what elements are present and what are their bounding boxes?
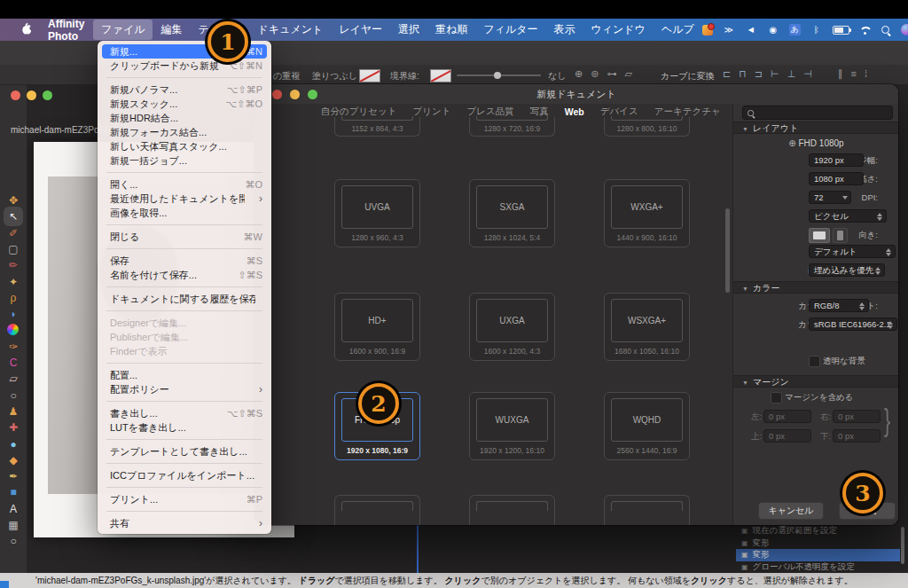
margin-top-field[interactable]: 0 px xyxy=(763,429,811,443)
align-top-icon[interactable]: ⊢ xyxy=(771,68,779,80)
menu-item[interactable]: 開く... ⌘O › xyxy=(98,177,271,192)
preset-card[interactable]: WQHD 2560 x 1440, 16:9 xyxy=(604,392,690,460)
menu-item[interactable]: › xyxy=(106,248,262,249)
input-source-icon[interactable]: あ xyxy=(789,24,801,35)
dialog-close-button[interactable] xyxy=(272,90,282,99)
paint-brush-tool[interactable]: ✑ xyxy=(6,340,20,354)
stroke-swatch[interactable] xyxy=(430,69,451,82)
menu-item[interactable]: 書き出し... ⌥⇧⌘S › xyxy=(98,406,271,420)
clone-stamp-tool[interactable]: ♟ xyxy=(6,404,20,419)
menu-item[interactable]: テンプレートとして書き出し... › xyxy=(98,444,271,459)
placement-select[interactable]: 埋め込みを優先 xyxy=(809,263,885,277)
menu-item[interactable]: › xyxy=(106,172,262,173)
stroke-width-slider[interactable] xyxy=(457,74,541,76)
menu-item[interactable]: › xyxy=(106,224,262,225)
color-picker-tool[interactable]: ✐ xyxy=(6,226,20,240)
layout-section-header[interactable]: ▼レイアウト xyxy=(733,122,898,134)
add-preset-icon[interactable]: ⊕ xyxy=(788,138,795,148)
align-center-icon[interactable]: ⊓ xyxy=(739,68,747,80)
volume-icon[interactable]: ◀ xyxy=(745,24,757,36)
preset-card-partial[interactable]: 1280 x 800, 16:10 xyxy=(604,117,690,137)
menu-item[interactable]: Finderで表示 › xyxy=(98,344,271,358)
wifi-icon[interactable] xyxy=(859,26,871,35)
blur-tool[interactable]: ● xyxy=(6,437,20,451)
window-close-button[interactable] xyxy=(11,90,20,100)
rectangle-tool[interactable]: ■ xyxy=(6,485,20,499)
menubar-item[interactable]: 選択 xyxy=(390,20,427,40)
bounds-icon[interactable]: ▱ xyxy=(624,68,631,80)
spacing-icon[interactable]: ≡ xyxy=(851,68,857,80)
selection-brush-tool[interactable]: ✏ xyxy=(6,258,20,272)
window-zoom-button[interactable] xyxy=(43,90,52,100)
preset-card[interactable]: UXGA 1600 x 1200, 4:3 xyxy=(469,293,555,361)
view-tool[interactable]: ✥ xyxy=(6,193,20,208)
battery-icon[interactable] xyxy=(833,26,849,35)
menu-item[interactable]: › xyxy=(106,77,262,78)
portrait-orientation-button[interactable] xyxy=(833,228,848,243)
play-circle-icon[interactable]: ◉ xyxy=(767,24,779,36)
preset-card[interactable]: WXGA+ 1440 x 900, 16:10 xyxy=(604,179,690,247)
transparent-background-checkbox[interactable] xyxy=(809,356,820,367)
menu-item[interactable]: 新規パノラマ... ⌥⇧⌘P › xyxy=(98,82,271,97)
dpi-select[interactable]: 72 xyxy=(809,191,851,204)
eraser-tool[interactable]: ▱ xyxy=(6,372,20,386)
menu-item[interactable]: › xyxy=(106,487,262,488)
menubar-item[interactable]: 編集 xyxy=(153,20,190,40)
menubar-item[interactable]: フィルター xyxy=(475,20,545,40)
actual-size-select[interactable]: デフォルト xyxy=(809,245,896,258)
zoom-tool[interactable]: ○ xyxy=(6,534,20,548)
margins-section-header[interactable]: ▼マージン xyxy=(733,375,898,388)
menu-item[interactable]: › xyxy=(106,363,262,364)
preset-search-input[interactable] xyxy=(742,106,893,120)
preset-card-partial[interactable] xyxy=(469,495,555,525)
menu-item[interactable]: 保存 ⌘S › xyxy=(98,254,271,268)
apple-menu[interactable] xyxy=(12,20,39,40)
menu-item[interactable]: › xyxy=(106,439,262,440)
healing-brush-tool[interactable]: ✚ xyxy=(6,420,20,435)
units-select[interactable]: ピクセル xyxy=(809,209,887,223)
menu-item[interactable]: 配置ポリシー › xyxy=(98,382,271,396)
menu-item[interactable]: プリント... ⌘P › xyxy=(98,492,271,506)
menubar-item[interactable]: ウィンドウ xyxy=(583,20,654,40)
convert-to-curves-button[interactable]: カーブに変換 xyxy=(661,70,715,82)
menu-item[interactable]: 画像を取得... › xyxy=(98,206,271,220)
menubar-item[interactable]: 表示 xyxy=(546,20,583,40)
preset-card[interactable]: WUXGA 1920 x 1200, 16:10 xyxy=(469,392,555,460)
menu-item[interactable]: ICCプロファイルをインポート... › xyxy=(98,468,271,482)
margin-bottom-field[interactable]: 0 px xyxy=(833,429,881,443)
colour-replacement-brush-tool[interactable]: C xyxy=(6,356,20,370)
bluetooth-icon[interactable]: ᛒ xyxy=(810,24,823,36)
color-format-select[interactable]: RGB/8 xyxy=(809,299,869,312)
preset-card-partial[interactable]: 1152 x 864, 4:3 xyxy=(334,117,420,137)
share-icon[interactable]: ≫ xyxy=(723,24,735,36)
menu-item[interactable]: ドキュメントに関する履歴を保存 › xyxy=(98,292,271,306)
align-right-icon[interactable]: ⊐ xyxy=(755,68,763,80)
mesh-warp-tool[interactable]: ▦ xyxy=(6,518,20,532)
menu-item[interactable]: 新規HDR結合... › xyxy=(98,111,271,125)
menubar-item[interactable]: レイヤー xyxy=(331,20,390,40)
menu-item[interactable]: 最近使用したドキュメントを開く › xyxy=(98,192,271,206)
move-tool[interactable]: ↖ xyxy=(6,209,20,223)
preset-card[interactable]: HD+ 1600 x 900, 16:9 xyxy=(334,293,420,361)
text-tool[interactable]: A xyxy=(6,502,20,516)
preset-tab[interactable]: プリント xyxy=(412,106,450,118)
menu-item[interactable]: 新規一括ジョブ... › xyxy=(98,153,271,168)
siri-icon[interactable] xyxy=(901,24,908,35)
menu-item[interactable]: › xyxy=(106,463,262,464)
history-item[interactable]: ▣ 変形 xyxy=(736,537,900,550)
margin-left-field[interactable]: 0 px xyxy=(763,410,811,423)
link-icon[interactable]: ⊶ xyxy=(607,68,616,80)
menubar-item[interactable]: ドキュメント xyxy=(250,20,332,40)
align-middle-icon[interactable]: ⊥ xyxy=(787,68,796,80)
menu-item[interactable]: 共有 › xyxy=(98,516,271,530)
menubar-item[interactable]: ファイル xyxy=(93,20,153,40)
notification-app-icon[interactable] xyxy=(702,25,713,35)
flip-icon[interactable]: ⊚ xyxy=(591,68,599,80)
preset-card[interactable]: WSXGA+ 1680 x 1050, 16:10 xyxy=(604,293,690,361)
menu-item[interactable]: 新規スタック... ⌥⇧⌘O › xyxy=(98,97,271,111)
page-width-field[interactable]: 1920 px xyxy=(809,153,864,167)
flood-fill-tool[interactable]: ◗ xyxy=(6,307,20,321)
spotlight-icon[interactable] xyxy=(881,25,891,35)
preset-tab[interactable]: Web xyxy=(565,106,584,117)
include-margins-checkbox[interactable] xyxy=(771,392,782,404)
